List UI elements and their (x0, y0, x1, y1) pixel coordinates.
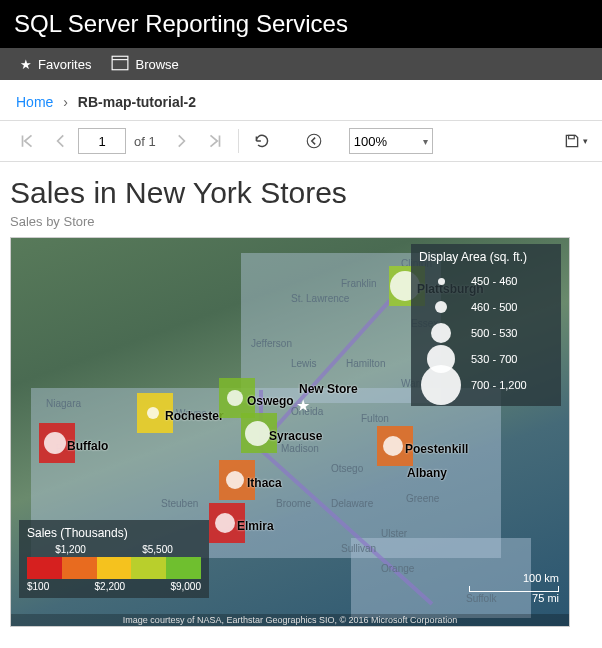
back-button[interactable] (297, 126, 331, 156)
svg-rect-0 (113, 56, 129, 70)
next-page-button[interactable] (164, 126, 198, 156)
page-number-input[interactable] (78, 128, 126, 154)
nav-browse-label: Browse (135, 57, 178, 72)
report-title: Sales in New York Stores (0, 162, 602, 214)
legend-color-label: $2,200 (95, 581, 126, 592)
legend-color-label: $1,200 (55, 544, 86, 555)
legend-color-label: $100 (27, 581, 49, 592)
legend-color-label: $9,000 (170, 581, 201, 592)
legend-size-row: 700 - 1,200 (419, 372, 553, 398)
breadcrumb-home[interactable]: Home (16, 94, 53, 110)
refresh-button[interactable] (245, 126, 279, 156)
breadcrumb: Home › RB-map-tutorial-2 (0, 80, 602, 120)
prev-page-button[interactable] (44, 126, 78, 156)
new-store-marker: ★ (296, 396, 310, 415)
legend-color-cell (131, 557, 166, 579)
legend-color-cell (62, 557, 97, 579)
zoom-select[interactable]: 100% ▾ (349, 128, 433, 154)
page-of-label: of 1 (134, 134, 156, 149)
nav-bar: ★ Favorites Browse (0, 48, 602, 80)
svg-point-2 (307, 134, 321, 148)
nav-browse[interactable]: Browse (101, 48, 188, 80)
legend-size-label: 500 - 530 (471, 327, 517, 339)
store-bubble (227, 390, 243, 406)
breadcrumb-current: RB-map-tutorial-2 (78, 94, 196, 110)
report-toolbar: of 1 100% ▾ ▾ (0, 120, 602, 162)
map-attribution: Image courtesy of NASA, Earthstar Geogra… (11, 614, 569, 626)
store-bubble (147, 407, 159, 419)
legend-color-title: Sales (Thousands) (27, 526, 201, 540)
store-bubble (44, 432, 66, 454)
legend-color-cell (27, 557, 62, 579)
breadcrumb-sep: › (63, 94, 68, 110)
map-scale: 100 km 75 mi (469, 572, 559, 604)
app-title: SQL Server Reporting Services (14, 10, 348, 37)
store-bubble (215, 513, 235, 533)
legend-color-cell (97, 557, 132, 579)
store-bubble (245, 421, 270, 446)
last-page-button[interactable] (198, 126, 232, 156)
legend-size-row: 460 - 500 (419, 294, 553, 320)
legend-bubble-icon (435, 301, 447, 313)
legend-size-label: 700 - 1,200 (471, 379, 527, 391)
legend-color-cell (166, 557, 201, 579)
chevron-down-icon: ▾ (423, 136, 428, 147)
legend-size-row: 450 - 460 (419, 268, 553, 294)
zoom-value: 100% (354, 134, 387, 149)
app-header: SQL Server Reporting Services (0, 0, 602, 48)
legend-bubble-icon (438, 278, 445, 285)
legend-size-title: Display Area (sq. ft.) (419, 250, 553, 264)
nav-favorites[interactable]: ★ Favorites (10, 48, 101, 80)
chevron-down-icon: ▾ (583, 136, 588, 146)
star-icon: ★ (20, 57, 32, 72)
save-button[interactable]: ▾ (558, 126, 592, 156)
legend-bubble-icon (431, 323, 451, 343)
legend-size-row: 500 - 530 (419, 320, 553, 346)
map-viewport[interactable]: ClintonFranklinSt. LawrenceJeffersonEsse… (10, 237, 570, 627)
legend-size-label: 530 - 700 (471, 353, 517, 365)
legend-size-label: 460 - 500 (471, 301, 517, 313)
nav-favorites-label: Favorites (38, 57, 91, 72)
legend-color: Sales (Thousands) $1,200$5,500 $100$2,20… (19, 520, 209, 598)
legend-bubble-icon (421, 365, 461, 405)
browse-icon (111, 54, 129, 75)
legend-color-label: $5,500 (142, 544, 173, 555)
store-bubble (226, 471, 244, 489)
report-subtitle: Sales by Store (0, 214, 602, 233)
first-page-button[interactable] (10, 126, 44, 156)
store-bubble (383, 436, 403, 456)
legend-size-label: 450 - 460 (471, 275, 517, 287)
legend-size: Display Area (sq. ft.) 450 - 460460 - 50… (411, 244, 561, 406)
svg-rect-3 (568, 135, 574, 138)
